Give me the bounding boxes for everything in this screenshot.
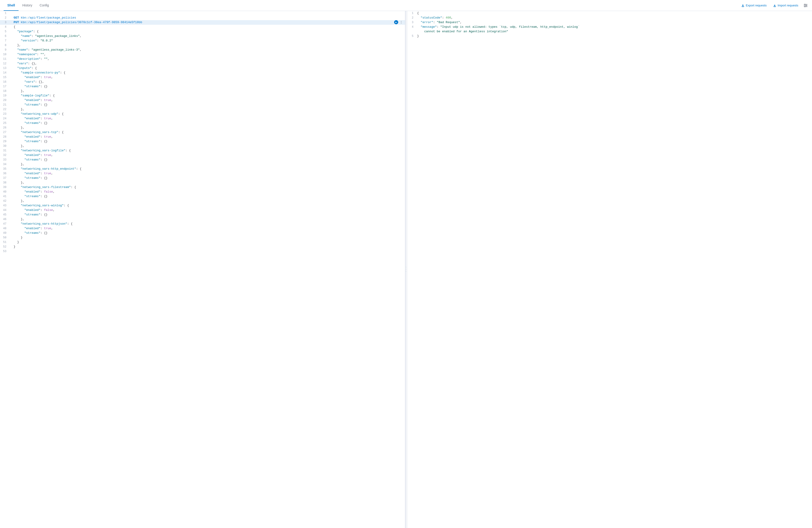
table-row: 15 "enabled": true,	[0, 75, 405, 80]
table-row: 49 "streams": {}	[0, 231, 405, 236]
settings-icon-button[interactable]	[803, 3, 808, 8]
table-row: 18 },	[0, 89, 405, 94]
tab-config[interactable]: Config	[36, 0, 53, 11]
table-row: 5 }	[407, 34, 812, 39]
table-row: 13 "inputs": {	[0, 66, 405, 71]
table-row: 2 "statusCode": 400,	[407, 16, 812, 20]
table-row: cannot be enabled for an Agentless integ…	[407, 29, 812, 34]
more-options-button[interactable]: ⋮	[399, 20, 403, 24]
table-row: 34 },	[0, 162, 405, 167]
table-row: 20 "enabled": true,	[0, 98, 405, 103]
table-row: 43 "networking_vars-winlog": {	[0, 203, 405, 208]
table-row: 37 "streams": {}	[0, 176, 405, 181]
table-row: 42 },	[0, 199, 405, 203]
tab-shell[interactable]: Shell	[4, 0, 18, 11]
table-row: 4 {	[0, 25, 405, 29]
table-row: 47 "networking_vars-httpjson": {	[0, 222, 405, 226]
table-row: 44 "enabled": false,	[0, 208, 405, 213]
table-row: 23 "networking_vars-udp": {	[0, 112, 405, 116]
tab-history[interactable]: History	[18, 0, 36, 11]
table-row: 48 "enabled": true,	[0, 226, 405, 231]
table-row: 3 "error": "Bad Request",	[407, 20, 812, 25]
table-row: 16 "vars": {},	[0, 80, 405, 84]
settings-icon	[804, 4, 808, 7]
export-icon	[741, 4, 744, 7]
table-row: 25 "streams": {}	[0, 121, 405, 126]
table-row: 30 },	[0, 144, 405, 148]
table-row: 39 "networking_vars-filestream": {	[0, 185, 405, 189]
import-requests-button[interactable]: Import requests	[771, 3, 800, 8]
table-row: 19 "sample-logfile": {	[0, 94, 405, 98]
table-row: 35 "networking_vars-http_endpoint": {	[0, 167, 405, 171]
nav-tabs: Shell History Config	[4, 0, 53, 11]
table-row: 38 },	[0, 181, 405, 185]
run-button[interactable]: ▶	[394, 20, 398, 24]
table-row: 46 },	[0, 217, 405, 222]
svg-rect-1	[804, 5, 808, 6]
table-row: 21 "streams": {}	[0, 103, 405, 107]
pane-divider[interactable]: · · ·	[405, 11, 407, 528]
table-row: 51 }	[0, 240, 405, 244]
table-row: 41 "streams": {}	[0, 194, 405, 199]
table-row: 6 "name": "agentless_package_links",	[0, 34, 405, 39]
table-row: 2 GET kbn:/api/fleet/package_policies	[0, 16, 405, 20]
svg-rect-2	[804, 6, 808, 7]
table-row: 10 "namespace": "",	[0, 52, 405, 57]
table-row: 40 "enabled": false,	[0, 189, 405, 194]
export-requests-button[interactable]: Export requests	[739, 3, 769, 8]
table-row: 4 "message": "Input udp is not allowed: …	[407, 25, 812, 29]
table-row: 24 "enabled": true,	[0, 116, 405, 121]
table-row: 27 "networking_vars-tcp": {	[0, 130, 405, 134]
table-row: 12 "vars": {},	[0, 61, 405, 66]
svg-rect-0	[804, 4, 808, 4]
table-row: 31 "networking_vars-logfile": {	[0, 148, 405, 153]
main-content: 1 2 GET kbn:/api/fleet/package_policies …	[0, 11, 812, 528]
table-row: 36 "enabled": true,	[0, 171, 405, 176]
table-row: 14 "sample-connectors-py": {	[0, 71, 405, 75]
table-row: 11 "description": "",	[0, 57, 405, 61]
table-row: 26 },	[0, 126, 405, 130]
table-row: 52 }	[0, 244, 405, 249]
table-row: 17 "streams": {}	[0, 84, 405, 89]
table-row: 45 "streams": {}	[0, 213, 405, 217]
editor-pane: 1 2 GET kbn:/api/fleet/package_policies …	[0, 11, 405, 528]
table-row: 1 {	[407, 11, 812, 16]
table-row: 7 "version": "0.0.2"	[0, 39, 405, 43]
table-row: 22 },	[0, 107, 405, 112]
svg-point-4	[806, 5, 807, 6]
table-row: 9 "name": "agentless_package_links-3",	[0, 48, 405, 52]
response-editor[interactable]: 1 { 2 "statusCode": 400, 3 "error": "Bad…	[407, 11, 812, 528]
code-editor[interactable]: 1 2 GET kbn:/api/fleet/package_policies …	[0, 11, 405, 528]
import-icon	[773, 4, 776, 7]
table-row: 8 },	[0, 43, 405, 48]
table-row: 3 PUT kbn:/api/fleet/package_policies/30…	[0, 20, 405, 25]
table-row: 28 "enabled": true,	[0, 134, 405, 139]
table-row: 50 }	[0, 236, 405, 240]
table-row: 29 "streams": {}	[0, 139, 405, 144]
table-row: 32 "enabled": true,	[0, 153, 405, 158]
top-navigation: Shell History Config Export requests Imp…	[0, 0, 812, 11]
table-row: 33 "streams": {}	[0, 158, 405, 162]
table-row: 1	[0, 11, 405, 16]
svg-point-5	[805, 6, 806, 7]
svg-point-3	[805, 4, 806, 4]
response-pane: 1 { 2 "statusCode": 400, 3 "error": "Bad…	[407, 11, 812, 528]
table-row: 5 "package": {	[0, 29, 405, 34]
table-row: 53	[0, 249, 405, 254]
nav-actions: Export requests Import requests	[739, 3, 808, 8]
